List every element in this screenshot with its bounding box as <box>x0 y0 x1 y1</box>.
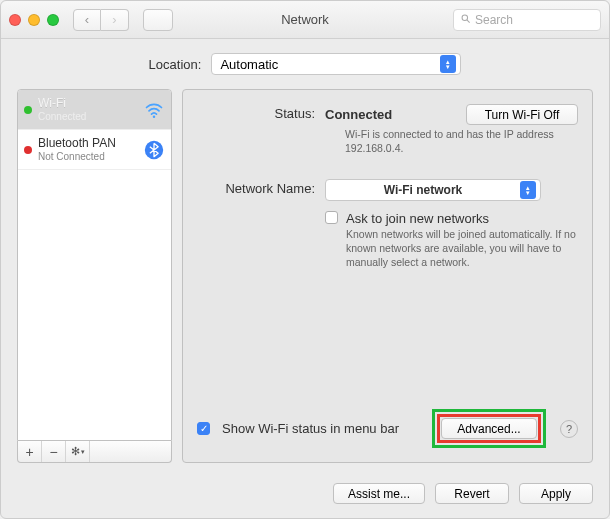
service-bluetooth-pan[interactable]: Bluetooth PAN Not Connected <box>18 130 171 170</box>
revert-button[interactable]: Revert <box>435 483 509 504</box>
content-area: Location: Automatic ▴▾ Wi-Fi Connected <box>1 39 609 473</box>
show-status-label: Show Wi-Fi status in menu bar <box>222 421 399 436</box>
status-description: Wi-Fi is connected to and has the IP add… <box>325 128 578 155</box>
service-actions-button[interactable]: ✻▾ <box>66 441 90 462</box>
sidebar-footer: + − ✻▾ <box>17 441 172 463</box>
network-name-row: Network Name: Wi-Fi network ▴▾ Ask to jo… <box>197 179 578 269</box>
gear-icon: ✻ <box>71 445 80 458</box>
wifi-toggle-button[interactable]: Turn Wi-Fi Off <box>466 104 578 125</box>
show-status-checkbox[interactable]: ✓ <box>197 422 210 435</box>
add-service-button[interactable]: + <box>18 441 42 462</box>
status-value: Connected <box>325 107 392 122</box>
location-popup[interactable]: Automatic ▴▾ <box>211 53 461 75</box>
svg-point-11 <box>153 115 156 118</box>
chevron-updown-icon: ▴▾ <box>520 181 536 199</box>
help-button[interactable]: ? <box>560 420 578 438</box>
network-name-value-block: Wi-Fi network ▴▾ Ask to join new network… <box>325 179 578 269</box>
assist-me-button[interactable]: Assist me... <box>333 483 425 504</box>
footer-buttons: Assist me... Revert Apply <box>1 473 609 518</box>
network-preferences-window: ‹ › Network Search Location: Automatic ▴… <box>0 0 610 519</box>
chevron-left-icon: ‹ <box>85 12 89 27</box>
ask-join-label: Ask to join new networks <box>346 211 578 226</box>
minus-icon: − <box>49 444 57 460</box>
chevron-right-icon: › <box>112 12 116 27</box>
wifi-icon <box>143 99 165 121</box>
status-value-block: Connected Turn Wi-Fi Off Wi-Fi is connec… <box>325 104 578 155</box>
service-name: Bluetooth PAN <box>38 137 137 150</box>
service-text: Bluetooth PAN Not Connected <box>38 137 137 161</box>
ask-join-description: Known networks will be joined automatica… <box>346 228 576 269</box>
service-text: Wi-Fi Connected <box>38 97 137 121</box>
chevron-down-icon: ▾ <box>81 448 85 456</box>
location-row: Location: Automatic ▴▾ <box>17 53 593 75</box>
svg-point-9 <box>462 15 468 21</box>
zoom-window-button[interactable] <box>47 14 59 26</box>
location-label: Location: <box>149 57 202 72</box>
svg-line-10 <box>467 19 470 22</box>
bluetooth-icon <box>143 139 165 161</box>
close-window-button[interactable] <box>9 14 21 26</box>
minimize-window-button[interactable] <box>28 14 40 26</box>
search-placeholder: Search <box>475 13 513 27</box>
status-dot-icon <box>24 146 32 154</box>
detail-bottom-row: ✓ Show Wi-Fi status in menu bar Advanced… <box>197 409 578 448</box>
window-title: Network <box>281 12 329 27</box>
search-icon <box>460 13 471 27</box>
advanced-highlight-inner: Advanced... <box>437 414 541 443</box>
status-label: Status: <box>197 104 315 155</box>
titlebar: ‹ › Network Search <box>1 1 609 39</box>
service-list[interactable]: Wi-Fi Connected Bluetooth PAN Not Connec… <box>17 89 172 441</box>
advanced-button[interactable]: Advanced... <box>441 418 537 439</box>
advanced-highlight: Advanced... <box>432 409 546 448</box>
forward-button[interactable]: › <box>101 9 129 31</box>
ask-join-checkbox[interactable] <box>325 211 338 224</box>
apply-button[interactable]: Apply <box>519 483 593 504</box>
service-status: Connected <box>38 111 137 122</box>
plus-icon: + <box>25 444 33 460</box>
back-button[interactable]: ‹ <box>73 9 101 31</box>
service-name: Wi-Fi <box>38 97 137 110</box>
network-name-value: Wi-Fi network <box>334 183 512 197</box>
detail-panel: Status: Connected Turn Wi-Fi Off Wi-Fi i… <box>182 89 593 463</box>
chevron-updown-icon: ▴▾ <box>440 55 456 73</box>
sidebar: Wi-Fi Connected Bluetooth PAN Not Connec… <box>17 89 172 463</box>
main-area: Wi-Fi Connected Bluetooth PAN Not Connec… <box>17 89 593 463</box>
network-name-popup[interactable]: Wi-Fi network ▴▾ <box>325 179 541 201</box>
status-dot-icon <box>24 106 32 114</box>
window-controls <box>9 14 59 26</box>
network-name-label: Network Name: <box>197 179 315 269</box>
nav-buttons: ‹ › <box>73 9 129 31</box>
status-row: Status: Connected Turn Wi-Fi Off Wi-Fi i… <box>197 104 578 155</box>
service-wifi[interactable]: Wi-Fi Connected <box>18 90 171 130</box>
remove-service-button[interactable]: − <box>42 441 66 462</box>
help-icon: ? <box>566 423 572 435</box>
location-value: Automatic <box>220 57 278 72</box>
show-all-button[interactable] <box>143 9 173 31</box>
service-status: Not Connected <box>38 151 137 162</box>
search-input[interactable]: Search <box>453 9 601 31</box>
